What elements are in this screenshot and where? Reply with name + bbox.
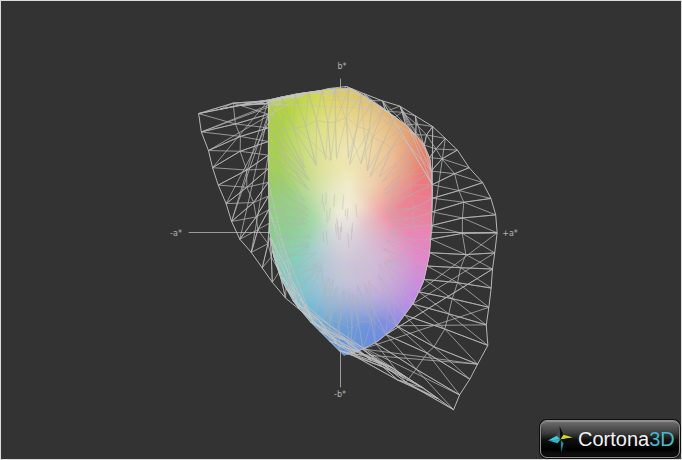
cortona3d-logo[interactable]: Cortona 3D xyxy=(540,420,680,458)
axis-label-b-positive: b* xyxy=(337,63,346,71)
cortona3d-star-icon xyxy=(547,425,574,454)
axis-label-a-positive: +a* xyxy=(502,230,518,238)
gamut-viewport[interactable]: b* -a* +a* -b* Cortona 3D xyxy=(0,0,682,460)
logo-3d-text: 3D xyxy=(649,428,675,451)
axis-label-a-negative: -a* xyxy=(170,230,182,238)
logo-text: Cortona xyxy=(578,428,649,451)
axis-label-b-negative: -b* xyxy=(334,391,346,399)
